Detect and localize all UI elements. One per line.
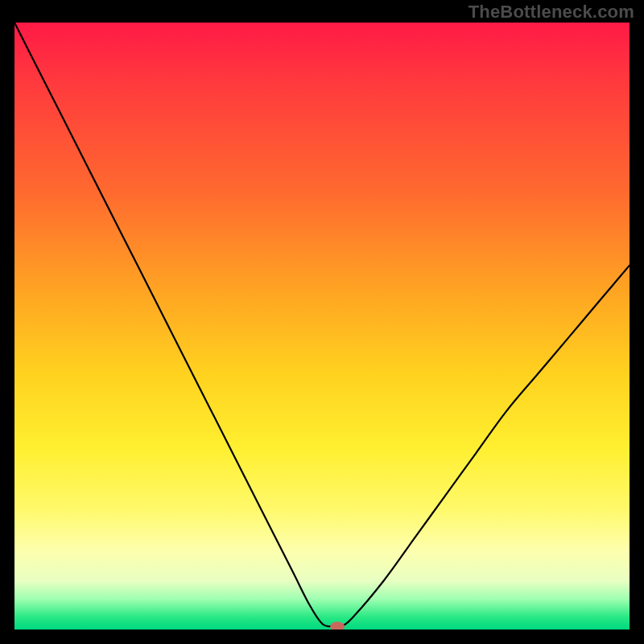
watermark-text: TheBottleneck.com	[469, 2, 634, 23]
optimal-point-marker	[330, 621, 345, 630]
bottleneck-curve	[14, 23, 630, 627]
chart-frame: TheBottleneck.com	[0, 0, 644, 644]
plot-area	[14, 23, 630, 630]
curve-layer	[14, 23, 630, 630]
